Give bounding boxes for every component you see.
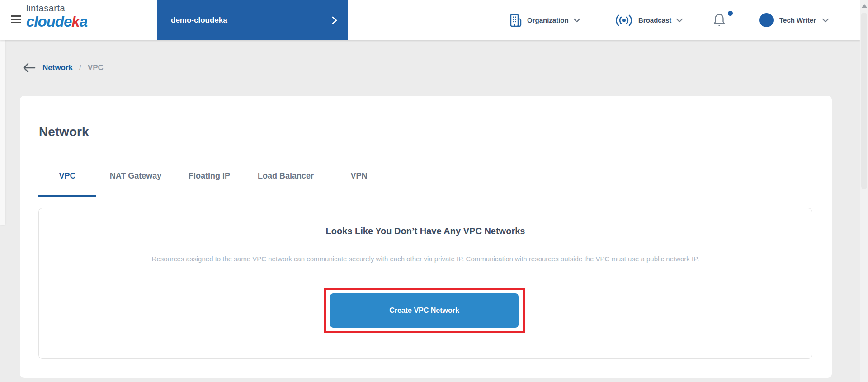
- organization-label: Organization: [527, 16, 569, 24]
- notification-badge: [728, 11, 733, 16]
- menu-icon[interactable]: [11, 15, 21, 25]
- breadcrumb-current: VPC: [88, 63, 104, 72]
- back-arrow-icon[interactable]: [22, 62, 36, 73]
- organization-icon: [509, 13, 523, 28]
- create-vpc-network-button[interactable]: Create VPC Network: [330, 293, 519, 328]
- brand-accent-letter: k: [71, 13, 79, 30]
- tab-load-balancer[interactable]: Load Balancer: [258, 171, 314, 181]
- tab-nat-gateway[interactable]: NAT Gateway: [110, 171, 162, 181]
- scroll-up-arrow-icon[interactable]: [862, 4, 867, 8]
- chevron-down-icon: [822, 18, 829, 23]
- chevron-down-icon: [573, 18, 580, 23]
- avatar: [760, 13, 774, 27]
- empty-state-panel: Looks Like You Don’t Have Any VPC Networ…: [38, 208, 812, 359]
- chevron-down-icon: [676, 18, 683, 23]
- vertical-scrollbar[interactable]: [860, 0, 868, 382]
- broadcast-menu[interactable]: Broadcast: [614, 0, 683, 40]
- content-card: Network VPC NAT Gateway Floating IP Load…: [20, 96, 832, 378]
- empty-state-heading: Looks Like You Don’t Have Any VPC Networ…: [39, 226, 812, 236]
- tab-vpn[interactable]: VPN: [350, 171, 367, 181]
- breadcrumb-parent-link[interactable]: Network: [42, 63, 73, 72]
- project-selector-button[interactable]: demo-cloudeka: [157, 0, 348, 40]
- breadcrumb: Network / VPC: [22, 62, 104, 73]
- user-name: Tech Writer: [779, 16, 816, 24]
- page-title: Network: [39, 125, 89, 139]
- brand-parent-name: lintasarta: [26, 3, 117, 14]
- scrollbar-thumb[interactable]: [861, 13, 867, 189]
- notifications-button[interactable]: [712, 13, 733, 29]
- breadcrumb-separator: /: [79, 63, 81, 72]
- broadcast-label: Broadcast: [638, 16, 671, 24]
- user-menu[interactable]: Tech Writer: [760, 0, 829, 40]
- app-header: lintasarta cloudeka demo-cloudeka Organi…: [0, 0, 860, 40]
- brand-product-name: cloudeka: [26, 14, 117, 30]
- empty-state-description: Resources assigned to the same VPC netwo…: [39, 255, 812, 263]
- screen: lintasarta cloudeka demo-cloudeka Organi…: [0, 0, 868, 382]
- project-name: demo-cloudeka: [171, 16, 227, 25]
- broadcast-icon: [614, 14, 634, 27]
- tab-floating-ip[interactable]: Floating IP: [189, 171, 230, 181]
- chevron-right-icon: [332, 16, 337, 24]
- collapsed-sidebar-strip: [0, 40, 5, 225]
- brand-logo[interactable]: lintasarta cloudeka: [26, 3, 117, 30]
- bell-icon: [712, 13, 726, 28]
- tab-bar-divider: [38, 197, 812, 197]
- tab-vpc[interactable]: VPC: [59, 171, 75, 181]
- tab-bar: VPC NAT Gateway Floating IP Load Balance…: [20, 168, 832, 200]
- annotation-highlight-box: Create VPC Network: [324, 288, 525, 333]
- organization-menu[interactable]: Organization: [509, 0, 580, 40]
